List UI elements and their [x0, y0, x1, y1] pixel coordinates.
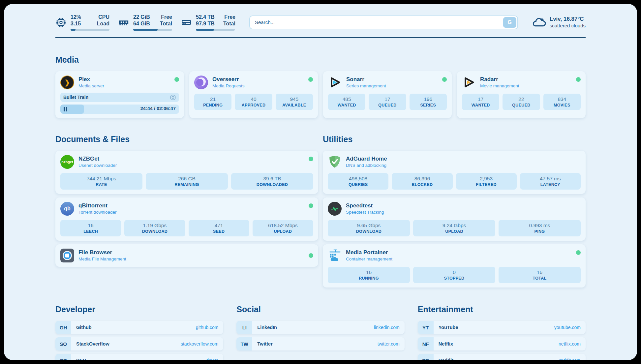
- stat-box: 22QUEUED: [503, 94, 540, 110]
- section-heading-social: Social: [236, 305, 404, 314]
- search-bar[interactable]: G: [249, 15, 518, 29]
- memory-progressbar: [133, 29, 172, 31]
- app-title: Radarr: [480, 76, 519, 83]
- section-heading-media: Media: [55, 55, 586, 65]
- app-card-plex[interactable]: ❯ Plex Media server Bullet Train: [55, 71, 184, 118]
- stat-box: 16TOTAL: [499, 267, 581, 283]
- search-provider-button[interactable]: G: [503, 17, 516, 28]
- bookmark-youtube[interactable]: YT YouTube youtube.com: [418, 321, 586, 334]
- status-dot: [309, 203, 313, 208]
- radarr-icon: [462, 76, 476, 89]
- bookmark-github[interactable]: GH Github github.com: [55, 321, 223, 334]
- stat-box: 47.57 msLATENCY: [520, 173, 581, 190]
- app-title: File Browser: [78, 249, 126, 256]
- dashboard-panel: 12%CPU 3.15Load 22 GiBFree 64 GiBTotal: [4, 4, 637, 360]
- status-dot: [309, 157, 313, 161]
- playback-time: 24:44 / 02:06:47: [140, 106, 176, 111]
- stat-box: 266 GBREMAINING: [146, 173, 228, 190]
- netflix-icon: NF: [418, 337, 434, 350]
- stackoverflow-icon: SO: [55, 337, 71, 350]
- app-card-speedtest[interactable]: Speedtest Speedtest Tracking 9.65 GbpsDO…: [323, 197, 586, 241]
- cpu-load-label: Load: [97, 20, 109, 27]
- youtube-icon: YT: [418, 321, 434, 334]
- linkedin-icon: LI: [236, 321, 252, 334]
- plex-icon: ❯: [60, 76, 74, 89]
- stat-box: 16LEECH: [60, 220, 121, 236]
- reddit-icon: RE: [418, 354, 434, 360]
- status-dot: [576, 250, 581, 255]
- entertainment-bookmarks: YT YouTube youtube.com NF Netflix netfli…: [418, 321, 586, 360]
- cpu-stat: 12%CPU 3.15Load: [55, 14, 109, 31]
- app-card-qbittorrent[interactable]: qb qBittorrent Torrent downloader 16LEEC…: [55, 197, 318, 241]
- stat-box: 485WANTED: [328, 94, 365, 110]
- stat-box: 40APPROVED: [235, 94, 272, 110]
- app-subtitle: Speedtest Tracking: [346, 209, 384, 215]
- stat-box: 17WANTED: [462, 94, 499, 110]
- developer-bookmarks: GH Github github.com SO StackOverflow st…: [55, 321, 223, 360]
- now-playing-row: Bullet Train: [60, 93, 179, 102]
- bookmark-twitter[interactable]: TW Twitter twitter.com: [236, 337, 404, 350]
- app-title: Overseerr: [212, 76, 245, 83]
- status-dot: [309, 253, 313, 258]
- storage-icon: [181, 17, 192, 28]
- portainer-icon: [328, 249, 342, 262]
- bookmark-reddit[interactable]: RE Reddit reddit.com: [418, 354, 586, 360]
- overseerr-icon: [194, 76, 208, 89]
- memory-total-value: 64 GiB: [133, 20, 150, 27]
- stat-box: 945AVAILABLE: [276, 94, 313, 110]
- cpu-label: CPU: [98, 14, 109, 20]
- dev-icon: DT: [55, 354, 71, 360]
- storage-free-label: Free: [224, 14, 235, 20]
- cpu-icon: [55, 17, 67, 28]
- app-card-filebrowser[interactable]: File Browser Media File Management: [55, 244, 318, 267]
- stat-box: 1.19 GbpsDOWNLOAD: [124, 220, 185, 236]
- bookmark-dev[interactable]: DT DEV dev.to: [55, 354, 223, 360]
- record-icon: [170, 94, 176, 101]
- stat-box: 834MOVIES: [543, 94, 581, 110]
- cpu-value: 12%: [71, 14, 81, 20]
- speedtest-icon: [328, 202, 342, 216]
- memory-free-label: Free: [161, 14, 172, 20]
- app-title: Sonarr: [346, 76, 386, 83]
- stat-box: 16RUNNING: [328, 267, 410, 283]
- social-bookmarks: LI LinkedIn linkedin.com TW Twitter twit…: [236, 321, 404, 350]
- app-subtitle: Media server: [78, 83, 104, 89]
- media-grid: ❯ Plex Media server Bullet Train: [55, 71, 586, 118]
- twitter-icon: TW: [236, 337, 252, 350]
- memory-stat: 22 GiBFree 64 GiBTotal: [118, 14, 172, 31]
- playback-progressbar: 24:44 / 02:06:47: [60, 105, 179, 114]
- bookmark-stackoverflow[interactable]: SO StackOverflow stackoverflow.com: [55, 337, 223, 350]
- app-card-portainer[interactable]: Media Portainer Container management 16R…: [323, 244, 586, 288]
- now-playing-title: Bullet Train: [63, 95, 88, 100]
- app-card-overseerr[interactable]: Overseerr Media Requests 21PENDING 40APP…: [189, 71, 318, 118]
- bookmark-netflix[interactable]: NF Netflix netflix.com: [418, 337, 586, 350]
- storage-total-label: Total: [223, 20, 235, 27]
- sonarr-icon: [328, 76, 342, 89]
- memory-icon: [118, 17, 129, 28]
- app-card-radarr[interactable]: Radarr Movie management 17WANTED 22QUEUE…: [457, 71, 586, 118]
- app-card-nzbget[interactable]: nzbget NZBGet Usenet downloader 744.21 M…: [55, 151, 318, 194]
- app-subtitle: Media Requests: [212, 83, 245, 89]
- memory-free-value: 22 GiB: [133, 14, 150, 20]
- storage-free-value: 52.4 TB: [196, 14, 215, 20]
- bookmark-linkedin[interactable]: LI LinkedIn linkedin.com: [236, 321, 404, 334]
- storage-progressbar: [196, 29, 235, 31]
- cpu-load-value: 3.15: [71, 20, 81, 27]
- search-input[interactable]: [251, 19, 503, 25]
- topbar-divider: [55, 37, 586, 38]
- stat-box: 39.6 TBDOWNLOADED: [231, 173, 313, 190]
- cpu-progressbar: [71, 29, 109, 31]
- storage-total-value: 97.9 TB: [196, 20, 215, 27]
- app-card-sonarr[interactable]: Sonarr Series management 485WANTED 17QUE…: [323, 71, 452, 118]
- app-subtitle: Torrent downloader: [78, 209, 117, 215]
- section-heading-utilities: Utilities: [323, 135, 586, 144]
- app-card-adguard[interactable]: AdGuard Home DNS and adblocking 498,508Q…: [323, 151, 586, 194]
- app-title: Speedtest: [346, 202, 384, 209]
- stat-box: 471SEED: [189, 220, 249, 236]
- status-dot: [308, 77, 313, 82]
- weather-description: scattered clouds: [550, 22, 586, 29]
- status-dot: [442, 77, 447, 82]
- stat-box: 9.24 GbpsUPLOAD: [413, 220, 495, 236]
- stat-box: 17QUEUED: [369, 94, 406, 110]
- pause-icon: [64, 107, 67, 111]
